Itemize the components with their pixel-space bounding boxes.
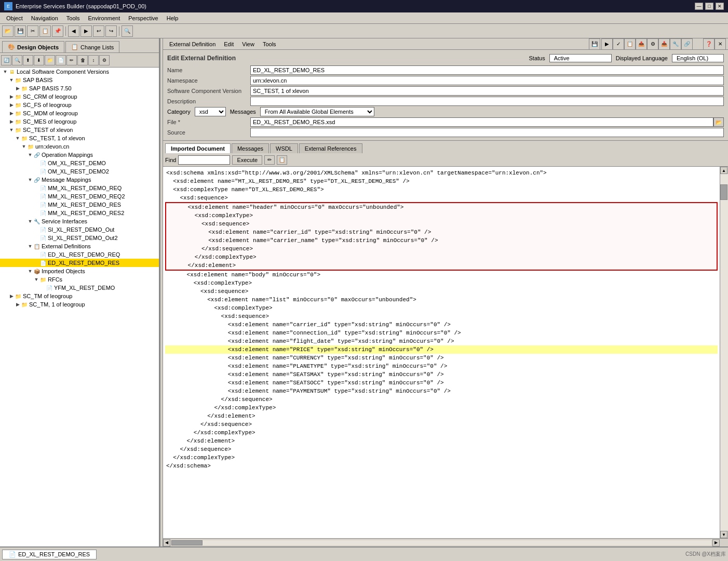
scroll-left-btn[interactable]: ◀: [163, 539, 170, 546]
tree-item-sap-basis-750[interactable]: ▶ 📁 SAP BASIS 7.50: [0, 84, 159, 92]
tree-item-mm-2[interactable]: 📄 MM_XL_REST_DEMO_REQ2: [0, 192, 159, 201]
source-input[interactable]: [250, 128, 724, 137]
left-toolbar-btn-5[interactable]: 📁: [45, 55, 55, 65]
tree-item-ed-1[interactable]: 📄 ED_XL_REST_DEMO_REQ: [0, 250, 159, 259]
scv-input[interactable]: [250, 86, 724, 96]
tree-item-sc-test-1[interactable]: ▼ 📁 SC_TEST, 1 of xlevon: [0, 134, 159, 142]
minimize-button[interactable]: —: [695, 3, 703, 10]
tab-change-lists[interactable]: 📋 Change Lists: [65, 41, 119, 52]
name-input[interactable]: [250, 65, 724, 75]
tree-item-om-2[interactable]: 📄 OM_XL_REST_DEMO2: [0, 167, 159, 176]
close-button[interactable]: ✕: [716, 3, 724, 10]
tree-item-sc-mes[interactable]: ▶ 📁 SC_MES of leogroup: [0, 117, 159, 126]
right-toolbar-btn5[interactable]: 🔧: [670, 38, 681, 50]
right-toolbar-save[interactable]: 💾: [589, 38, 600, 50]
find-icon-btn-1[interactable]: ✏: [264, 155, 275, 165]
code-area[interactable]: <xsd:schema xmlns:xsd="http://www.w3.org…: [163, 167, 720, 538]
category-select[interactable]: xsd: [195, 107, 226, 116]
tree-item-rfcs[interactable]: ▼ 📁 RFCs: [0, 275, 159, 284]
right-toolbar-close[interactable]: ✕: [714, 38, 726, 50]
left-toolbar-btn-7[interactable]: ✏: [66, 55, 77, 65]
desc-input[interactable]: [250, 97, 724, 106]
execute-button[interactable]: Execute: [232, 155, 262, 165]
toolbar-btn-4[interactable]: 📋: [39, 25, 51, 37]
menu-view[interactable]: View: [238, 40, 259, 48]
tree-item-yfm[interactable]: 📄 YFM_XL_REST_DEMO: [0, 284, 159, 292]
messages-select[interactable]: From All Available Global Elements: [260, 107, 374, 116]
scroll-up-btn[interactable]: ▲: [720, 167, 727, 174]
namespace-input[interactable]: [250, 76, 724, 85]
tab-design-objects[interactable]: 🎨 Design Objects: [2, 41, 64, 52]
h-scroll-thumb[interactable]: [171, 540, 203, 545]
tab-imported-document[interactable]: Imported Document: [165, 143, 231, 153]
maximize-button[interactable]: □: [705, 3, 713, 10]
toolbar-btn-5[interactable]: 📌: [52, 25, 63, 37]
left-toolbar-btn-3[interactable]: ⬆: [23, 55, 33, 65]
tree-item-external-definitions[interactable]: ▼ 📋 External Definitions: [0, 242, 159, 250]
menu-help[interactable]: Help: [163, 14, 183, 22]
vertical-scrollbar[interactable]: ▲ ▼: [720, 167, 728, 538]
toolbar-btn-2[interactable]: 💾: [15, 25, 26, 37]
tree-item-si-2[interactable]: 📄 SI_XL_REST_DEMO_Out2: [0, 234, 159, 242]
right-toolbar-btn1[interactable]: 📋: [624, 38, 636, 50]
menu-edit[interactable]: Edit: [220, 40, 238, 48]
tree-item-ed-2-selected[interactable]: 📄 ED_XL_REST_DEMO_RES: [0, 259, 159, 267]
tree-item-message-mappings[interactable]: ▼ 🔗 Message Mappings: [0, 176, 159, 184]
menu-navigation[interactable]: Navigation: [27, 14, 62, 22]
toolbar-btn-9[interactable]: ↪: [105, 25, 117, 37]
tree-item-sc-tm[interactable]: ▶ 📁 SC_TM of leogroup: [0, 292, 159, 300]
toolbar-btn-6[interactable]: ◀: [68, 25, 79, 37]
tree-item-mm-1[interactable]: 📄 MM_XL_REST_DEMO_REQ: [0, 184, 159, 192]
tree-item-service-interfaces[interactable]: ▼ 🔧 Service Interfaces: [0, 217, 159, 225]
tree-item-local[interactable]: ▼ 🖥 Local Software Component Versions: [0, 68, 159, 76]
tab-external-references[interactable]: External References: [299, 143, 362, 153]
tree-item-mm-4[interactable]: 📄 MM_XL_REST_DEMO_RES2: [0, 209, 159, 217]
tree-item-sc-test[interactable]: ▼ 📁 SC_TEST of xlevon: [0, 126, 159, 134]
horizontal-scrollbar[interactable]: ◀ ▶: [163, 538, 728, 546]
menu-tools[interactable]: Tools: [62, 14, 84, 22]
left-toolbar-btn-8[interactable]: 🗑: [77, 55, 88, 65]
left-toolbar-btn-4[interactable]: ⬇: [34, 55, 44, 65]
scroll-thumb[interactable]: [720, 184, 727, 200]
menu-external-definition[interactable]: External Definition: [165, 40, 220, 48]
bottom-tab-item[interactable]: 📄 ED_XL_REST_DEMO_RES: [2, 550, 97, 559]
left-toolbar-btn-10[interactable]: ⚙: [99, 55, 110, 65]
scroll-down-btn[interactable]: ▼: [720, 531, 727, 538]
tree-item-imported-objects[interactable]: ▼ 📦 Imported Objects: [0, 267, 159, 275]
tree-item-sap-basis[interactable]: ▼ 📁 SAP BASIS: [0, 76, 159, 84]
toolbar-btn-10[interactable]: 🔍: [122, 25, 133, 37]
scroll-right-btn[interactable]: ▶: [712, 539, 720, 546]
right-toolbar-activate[interactable]: ▶: [601, 38, 613, 50]
tree-item-operation-mappings[interactable]: ▼ 🔗 Operation Mappings: [0, 151, 159, 159]
right-toolbar-check[interactable]: ✓: [613, 38, 624, 50]
tree-item-urn[interactable]: ▼ 📁 urn:xlevon.cn: [0, 142, 159, 151]
tree-item-si-1[interactable]: 📄 SI_XL_REST_DEMO_Out: [0, 225, 159, 234]
tree-item-mm-3[interactable]: 📄 MM_XL_REST_DEMO_RES: [0, 201, 159, 209]
tree-item-sc-tm-1[interactable]: ▶ 📁 SC_TM, 1 of leogroup: [0, 300, 159, 309]
toolbar-btn-3[interactable]: ✂: [27, 25, 38, 37]
tree-item-sc-crm[interactable]: ▶ 📁 SC_CRM of leogroup: [0, 92, 159, 101]
tree-item-sc-fs[interactable]: ▶ 📁 SC_FS of leogroup: [0, 101, 159, 109]
find-input[interactable]: [178, 155, 230, 165]
right-toolbar-btn3[interactable]: ⚙: [647, 38, 658, 50]
toolbar-btn-1[interactable]: 📂: [2, 25, 14, 37]
menu-tools-right[interactable]: Tools: [259, 40, 280, 48]
find-icon-btn-2[interactable]: 📋: [277, 155, 287, 165]
left-toolbar-btn-2[interactable]: 🔍: [12, 55, 22, 65]
tab-wsdl[interactable]: WSDL: [270, 143, 298, 153]
left-toolbar-btn-1[interactable]: 🔄: [1, 55, 11, 65]
toolbar-btn-8[interactable]: ↩: [93, 25, 104, 37]
tree-item-sc-mdm[interactable]: ▶ 📁 SC_MDM of leogroup: [0, 109, 159, 117]
toolbar-btn-7[interactable]: ▶: [80, 25, 92, 37]
left-toolbar-btn-6[interactable]: 📄: [56, 55, 66, 65]
tab-messages[interactable]: Messages: [232, 143, 269, 153]
right-toolbar-help[interactable]: ❓: [703, 38, 714, 50]
menu-perspective[interactable]: Perspective: [124, 14, 162, 22]
right-toolbar-btn4[interactable]: 📥: [658, 38, 670, 50]
file-input[interactable]: [250, 117, 713, 127]
right-toolbar-btn6[interactable]: 🔗: [681, 38, 693, 50]
tree-item-om-1[interactable]: 📄 OM_XL_REST_DEMO: [0, 159, 159, 167]
right-toolbar-btn2[interactable]: 📤: [636, 38, 647, 50]
menu-environment[interactable]: Environment: [84, 14, 124, 22]
file-browse-button[interactable]: 📂: [713, 117, 724, 127]
